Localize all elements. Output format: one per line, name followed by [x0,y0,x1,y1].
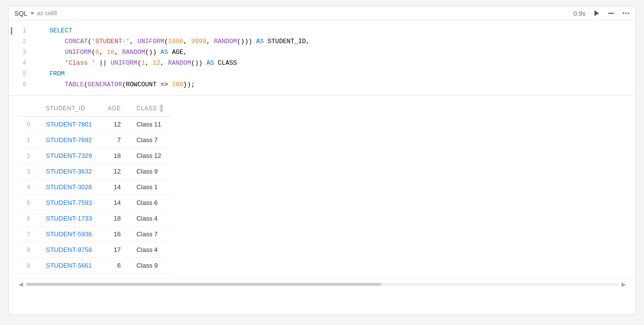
cell-header: SQL as cell8 0.9s [9,6,636,21]
token-plain: , [99,49,107,56]
token-plain: CLASS [214,59,237,67]
line-number: 6 [9,79,32,90]
token-kw: FROM [34,70,65,77]
code-line: 6 TABLE(GENERATOR(ROWCOUNT => 200}); [9,79,636,90]
token-kw: AS [160,49,168,56]
table-row: 8STUDENT-975817Class 4 [19,242,171,258]
token-plain [34,49,65,56]
cell-student-id: STUDENT-3632 [38,164,100,179]
results-table: STUDENT_IDAGECLASS0STUDENT-780112Class 1… [19,100,171,274]
scrollbar-track[interactable] [26,283,618,286]
table-row: 3STUDENT-363212Class 9 [19,164,171,179]
cell-age: 18 [100,148,129,164]
column-header-CLASS: CLASS [129,100,171,117]
line-number: 4 [9,58,32,69]
token-num: 200 [172,81,183,88]
row-index: 9 [19,258,38,274]
column-header-index [19,100,38,117]
token-num: 18 [107,49,115,56]
cell-student-id: STUDENT-9758 [38,242,100,258]
cell-class: Class 11 [129,117,171,132]
cell-name-label: as cell8 [37,10,57,17]
table-row: 0STUDENT-780112Class 11 [19,117,171,132]
table-row: 7STUDENT-593616Class 7 [19,226,171,242]
token-plain: ( [88,38,92,45]
token-plain: , [206,38,214,45]
line-number: 1 [9,25,32,36]
token-plain: ( [137,59,141,67]
stop-button[interactable] [607,9,615,17]
table-row: 5STUDENT-759314Class 6 [19,195,171,211]
cell-age: 6 [100,258,129,274]
svg-point-2 [622,13,624,14]
line-number: 5 [9,69,32,79]
cell-class: Class 4 [129,211,171,226]
token-fn: RANDOM [122,49,145,56]
token-fn: UNIFORM [111,59,138,67]
cell-age: 14 [100,195,129,211]
cell-type-label[interactable]: SQL [15,10,27,17]
token-num: 12 [153,59,160,67]
token-plain: ()) [191,59,206,67]
cell-container: SQL as cell8 0.9s [8,6,636,315]
results-table-wrapper[interactable]: STUDENT_IDAGECLASS0STUDENT-780112Class 1… [9,96,636,278]
cell-class: Class 7 [129,226,171,242]
line-content: UNIFORM(6, 18, RANDOM()) AS AGE, [32,47,636,58]
token-kw: SELECT [34,27,73,34]
table-row: 1STUDENT-76927Class 7 [19,132,171,148]
svg-marker-0 [594,10,599,16]
token-plain [34,81,65,88]
line-content: CONCAT('STUDENT-', UNIFORM(1000, 9999, R… [32,36,636,47]
cell-class: Class 1 [129,179,171,195]
token-fn: UNIFORM [137,38,164,45]
cell-class: Class 9 [129,164,171,179]
scroll-right-icon[interactable]: ▶ [621,281,626,288]
cell-header-right: 0.9s [573,9,630,17]
line-number: 2 [9,36,32,47]
cell-class: Class 7 [129,132,171,148]
more-options-button[interactable] [622,9,630,17]
token-plain: }); [183,81,195,88]
line-content: 'Class ' || UNIFORM(1, 12, RANDOM()) AS … [32,58,636,69]
row-index: 2 [19,148,38,164]
cell-student-id: STUDENT-7692 [38,132,100,148]
cell-type-chevron-icon[interactable] [30,12,34,15]
run-button[interactable] [592,9,600,17]
token-plain: , [145,59,153,67]
execution-timing: 0.9s [573,10,586,17]
code-line: 2 CONCAT('STUDENT-', UNIFORM(1000, 9999,… [9,36,636,47]
cell-student-id: STUDENT-1733 [38,211,100,226]
cell-student-id: STUDENT-7801 [38,117,100,132]
cell-student-id: STUDENT-7329 [38,148,100,164]
token-fn: TABLE [65,81,84,88]
token-plain [34,38,65,45]
cell-class: Class 4 [129,242,171,258]
token-plain: (ROWCOUNT => [122,81,172,88]
scroll-left-icon[interactable]: ◀ [19,281,23,288]
horizontal-scrollbar[interactable]: ◀ ▶ [9,278,636,290]
row-index: 5 [19,195,38,211]
code-line: 3 UNIFORM(6, 18, RANDOM()) AS AGE, [9,47,636,58]
column-header-STUDENT_ID: STUDENT_ID [38,100,100,117]
token-fn: UNIFORM [65,49,92,56]
line-content: SELECT [32,25,636,36]
svg-point-3 [625,13,626,14]
token-num: 6 [95,49,99,56]
row-index: 3 [19,164,38,179]
cell-age: 14 [100,179,129,195]
line-content: TABLE(GENERATOR(ROWCOUNT => 200}); [32,79,636,90]
token-kw: AS [206,59,214,67]
token-plain: , [130,38,138,45]
scrollbar-thumb[interactable] [26,283,382,286]
token-plain: , [183,38,191,45]
token-fn: RANDOM [214,38,237,45]
token-plain: ())) [237,38,256,45]
token-plain: || [95,59,110,67]
svg-rect-1 [608,13,614,14]
column-header-AGE: AGE [100,100,129,117]
cell-age: 7 [100,132,129,148]
vertical-scroll-indicator[interactable] [160,104,163,112]
code-editor[interactable]: 1 SELECT2 CONCAT('STUDENT-', UNIFORM(100… [9,21,636,96]
row-index: 6 [19,211,38,226]
cell-class: Class 6 [129,195,171,211]
